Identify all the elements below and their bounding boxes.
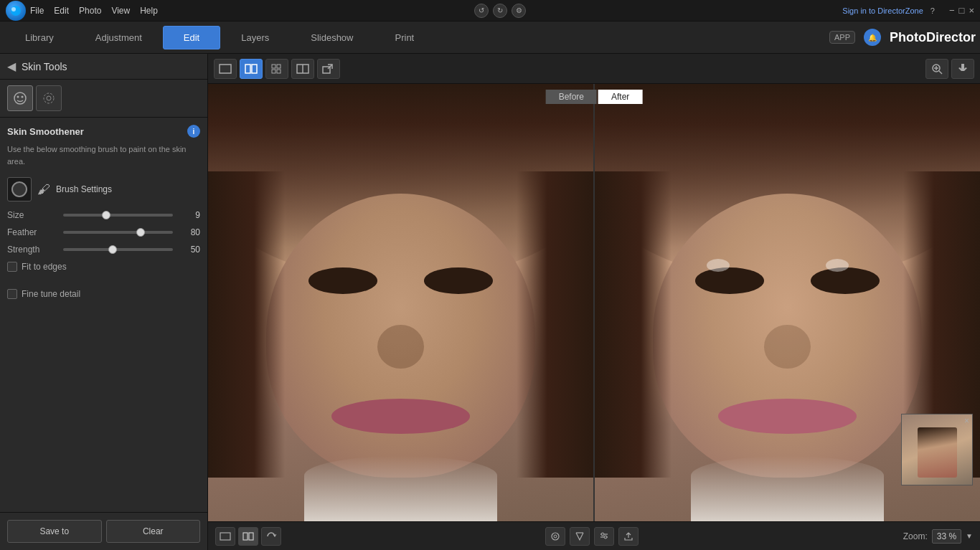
back-button[interactable]: ◀ (7, 60, 16, 73)
svg-point-25 (552, 533, 559, 540)
zoom-button[interactable] (925, 59, 948, 79)
svg-point-3 (17, 96, 19, 98)
svg-rect-24 (249, 533, 253, 540)
feather-slider[interactable] (63, 231, 173, 234)
zoom-text-label: Zoom: (903, 531, 928, 541)
svg-point-6 (47, 96, 51, 100)
view-toolbar (208, 54, 980, 84)
svg-rect-22 (220, 533, 230, 540)
brand-name: PhotoDirector (890, 30, 976, 45)
svg-point-2 (14, 93, 26, 104)
size-slider-row: Size 9 (7, 210, 200, 220)
svg-rect-13 (277, 70, 281, 73)
app-logo (6, 1, 26, 21)
panel-footer: Save to Clear (0, 512, 207, 550)
svg-point-5 (44, 93, 54, 103)
svg-point-31 (604, 536, 607, 539)
help-icon[interactable]: ? (930, 6, 935, 15)
tool-icon-bar (0, 80, 207, 118)
view-single-button[interactable] (215, 527, 235, 546)
panel-content: Skin Smoothener i Use the below smoothin… (0, 118, 207, 512)
menu-view[interactable]: View (111, 6, 130, 16)
svg-rect-10 (272, 65, 275, 68)
size-slider[interactable] (63, 214, 173, 217)
strength-label: Strength (7, 245, 57, 255)
size-value: 9 (179, 210, 200, 220)
tab-print[interactable]: Print (374, 26, 435, 49)
fit-to-edges-row: Fit to edges (7, 262, 200, 272)
svg-line-19 (939, 71, 942, 74)
histogram-button[interactable] (545, 527, 565, 546)
fine-tune-checkbox[interactable] (7, 289, 17, 299)
before-label[interactable]: Before (546, 90, 597, 104)
after-label[interactable]: After (598, 90, 642, 104)
panel-header: ◀ Skin Tools (0, 54, 207, 80)
titlebar: File Edit Photo View Help ↺ ↻ ⚙ Sign in … (0, 0, 980, 22)
bottom-bar: Zoom: 33 % ▼ (208, 521, 980, 550)
brush-tool-button[interactable] (36, 85, 62, 111)
fit-to-edges-checkbox[interactable] (7, 262, 17, 272)
brush-icon: 🖌 (37, 182, 50, 197)
image-view-button[interactable] (240, 59, 263, 79)
single-view-button[interactable] (214, 59, 237, 79)
rotate-button[interactable] (261, 527, 281, 546)
menu-edit[interactable]: Edit (54, 6, 69, 16)
before-after-labels: Before After (546, 90, 643, 104)
feather-value: 80 (179, 227, 200, 237)
adjustments-button[interactable] (594, 527, 614, 546)
strength-value: 50 (179, 245, 200, 255)
image-pair (208, 84, 980, 521)
svg-rect-12 (272, 70, 275, 73)
zoom-dropdown-arrow[interactable]: ▼ (966, 532, 973, 540)
svg-rect-23 (243, 533, 248, 540)
export-button[interactable] (317, 59, 340, 79)
settings-button[interactable]: ⚙ (512, 4, 526, 18)
brush-preview (7, 177, 32, 201)
grid-view-button[interactable] (265, 59, 288, 79)
minimize-button[interactable]: − (949, 5, 955, 16)
left-panel: ◀ Skin Tools Skin Smoothener i Use the b… (0, 54, 208, 550)
close-button[interactable]: × (969, 5, 974, 16)
tab-edit[interactable]: Edit (163, 26, 220, 49)
thumbnail-image (902, 414, 972, 485)
export-share-button[interactable] (618, 527, 639, 546)
undo-button[interactable]: ↺ (474, 4, 489, 18)
tab-library[interactable]: Library (4, 26, 75, 49)
tab-layers[interactable]: Layers (220, 26, 290, 49)
section-description: Use the below smoothing brush to paint o… (7, 143, 200, 167)
menu-help[interactable]: Help (140, 6, 158, 16)
info-button[interactable]: i (187, 125, 200, 138)
fit-to-edges-label: Fit to edges (22, 262, 67, 272)
section-title: Skin Smoothener (7, 126, 84, 137)
svg-rect-7 (220, 65, 231, 73)
notification-icon[interactable]: 🔔 (864, 29, 881, 46)
menu-file[interactable]: File (30, 6, 44, 16)
menu-photo[interactable]: Photo (79, 6, 101, 16)
view-split-button[interactable] (238, 527, 258, 546)
mini-thumb-close[interactable]: × (964, 416, 969, 426)
redo-button[interactable]: ↻ (493, 4, 507, 18)
feather-label: Feather (7, 227, 57, 237)
maximize-button[interactable]: □ (959, 5, 965, 16)
sign-in-link[interactable]: Sign in to DirectorZone (842, 6, 923, 15)
info-panel-button[interactable] (570, 527, 590, 546)
main-area: ◀ Skin Tools Skin Smoothener i Use the b… (0, 54, 980, 550)
strength-slider-row: Strength 50 (7, 245, 200, 255)
svg-rect-8 (245, 65, 250, 73)
tab-adjustment[interactable]: Adjustment (75, 26, 163, 49)
face-tool-button[interactable] (7, 85, 33, 111)
fine-tune-label: Fine tune detail (22, 289, 80, 299)
pan-button[interactable] (951, 59, 974, 79)
svg-point-26 (554, 535, 557, 538)
tab-slideshow[interactable]: Slideshow (290, 26, 374, 49)
nav-tabs: Library Adjustment Edit Layers Slideshow… (0, 22, 980, 54)
strength-slider[interactable] (63, 248, 173, 251)
clear-button[interactable]: Clear (106, 520, 201, 543)
before-image (208, 84, 593, 521)
save-to-button[interactable]: Save to (7, 520, 102, 543)
fine-tune-row: Fine tune detail (7, 289, 200, 299)
center-content: Before After (208, 54, 980, 550)
compare-button[interactable] (291, 59, 314, 79)
svg-point-4 (22, 96, 24, 98)
brush-settings-label: Brush Settings (56, 184, 112, 194)
